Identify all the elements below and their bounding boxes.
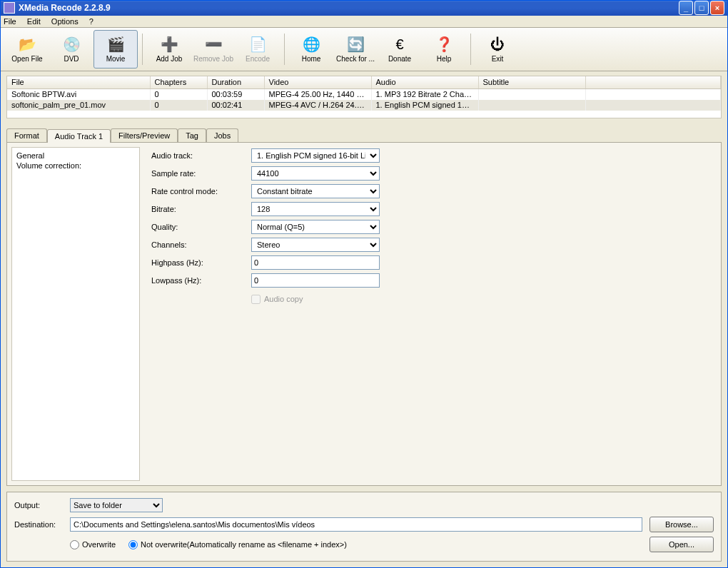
donate-button[interactable]: €Donate bbox=[378, 30, 422, 69]
lowpass-input[interactable] bbox=[251, 273, 380, 288]
dvd-icon: 💿 bbox=[62, 35, 81, 54]
add-job-button[interactable]: ➕Add Job bbox=[147, 30, 191, 69]
donate-icon: € bbox=[390, 35, 409, 54]
encode-button: 📄Encode bbox=[236, 30, 280, 69]
side-volume-correction[interactable]: Volume correction: bbox=[16, 161, 135, 171]
add-job-icon: ➕ bbox=[160, 35, 178, 54]
tab-filters-preview[interactable]: Filters/Preview bbox=[111, 128, 178, 142]
channels-label: Channels: bbox=[151, 240, 251, 249]
highpass-input[interactable] bbox=[251, 255, 380, 270]
movie-icon: 🎬 bbox=[106, 35, 125, 54]
rate-control-label: Rate control mode: bbox=[151, 187, 251, 196]
highpass-label: Highpass (Hz): bbox=[151, 258, 251, 267]
audio-track-label: Audio track: bbox=[151, 151, 251, 160]
help-button[interactable]: ❓Help bbox=[422, 30, 466, 69]
table-row[interactable]: Softonic BPTW.avi000:03:59MPEG-4 25.00 H… bbox=[7, 89, 721, 100]
encode-icon: 📄 bbox=[248, 35, 267, 54]
menubar: File Edit Options ? bbox=[1, 16, 727, 28]
sample-rate-select[interactable]: 44100 bbox=[251, 166, 380, 181]
tab-jobs[interactable]: Jobs bbox=[206, 128, 238, 142]
donate-button-label: Donate bbox=[388, 55, 411, 63]
destination-input[interactable] bbox=[70, 517, 642, 532]
sample-rate-label: Sample rate: bbox=[151, 169, 251, 178]
add-job-button-label: Add Job bbox=[156, 55, 183, 63]
maximize-button[interactable]: □ bbox=[694, 1, 709, 15]
open-file-button-label: Open File bbox=[11, 55, 42, 63]
menu-edit[interactable]: Edit bbox=[27, 17, 41, 26]
open-button[interactable]: Open... bbox=[649, 537, 714, 552]
audio-copy-label: Audio copy bbox=[264, 295, 303, 303]
movie-button-label: Movie bbox=[106, 55, 126, 63]
bitrate-label: Bitrate: bbox=[151, 205, 251, 213]
exit-button-label: Exit bbox=[492, 55, 504, 63]
output-panel: Output: Save to folder Destination: Brow… bbox=[6, 492, 722, 562]
window-title: XMedia Recode 2.2.8.9 bbox=[19, 3, 677, 13]
overwrite-radio[interactable] bbox=[70, 540, 79, 549]
lowpass-label: Lowpass (Hz): bbox=[151, 276, 251, 285]
encode-button-label: Encode bbox=[246, 55, 270, 63]
help-button-label: Help bbox=[437, 55, 452, 63]
browse-button[interactable]: Browse... bbox=[649, 517, 714, 532]
open-file-button[interactable]: 📂Open File bbox=[5, 30, 49, 69]
dvd-button-label: DVD bbox=[64, 55, 79, 63]
dvd-button[interactable]: 💿DVD bbox=[49, 30, 93, 69]
check-updates-icon: 🔄 bbox=[346, 35, 365, 54]
remove-job-button-label: Remove Job bbox=[193, 55, 233, 63]
home-icon: 🌐 bbox=[302, 35, 320, 54]
audio-copy-checkbox bbox=[251, 295, 261, 304]
overwrite-radio-label[interactable]: Overwrite bbox=[70, 540, 116, 549]
help-icon: ❓ bbox=[435, 35, 453, 54]
minimize-button[interactable]: _ bbox=[679, 1, 693, 15]
close-button[interactable]: × bbox=[710, 1, 724, 15]
toolbar: 📂Open File💿DVD🎬Movie➕Add Job➖Remove Job📄… bbox=[1, 28, 727, 71]
side-panel[interactable]: General Volume correction: bbox=[11, 147, 140, 481]
audio-form: Audio track: 1. English PCM signed 16-bi… bbox=[144, 147, 717, 481]
col-duration[interactable]: Duration bbox=[207, 76, 264, 89]
output-label: Output: bbox=[14, 501, 70, 509]
menu-options[interactable]: Options bbox=[51, 17, 79, 26]
tab-tag[interactable]: Tag bbox=[178, 128, 206, 142]
home-button-label: Home bbox=[302, 55, 321, 63]
tab-audio-track-1[interactable]: Audio Track 1 bbox=[47, 129, 111, 143]
tab-row: FormatAudio Track 1Filters/PreviewTagJob… bbox=[6, 128, 722, 142]
file-list[interactable]: FileChaptersDurationVideoAudioSubtitle S… bbox=[6, 76, 722, 118]
col-chapters[interactable]: Chapters bbox=[150, 76, 207, 89]
col-audio[interactable]: Audio bbox=[371, 76, 478, 89]
open-file-icon: 📂 bbox=[18, 35, 36, 54]
not-overwrite-radio[interactable] bbox=[128, 540, 138, 549]
not-overwrite-radio-label[interactable]: Not overwrite(Automatically rename as <f… bbox=[128, 540, 347, 549]
movie-button[interactable]: 🎬Movie bbox=[93, 30, 138, 69]
menu-help[interactable]: ? bbox=[89, 17, 93, 26]
quality-select[interactable]: Normal (Q=5) bbox=[251, 220, 380, 234]
titlebar: XMedia Recode 2.2.8.9 _ □ × bbox=[1, 1, 727, 16]
channels-select[interactable]: Stereo bbox=[251, 238, 380, 252]
tab-format[interactable]: Format bbox=[6, 128, 47, 142]
exit-button[interactable]: ⏻Exit bbox=[475, 30, 520, 69]
check-updates-button[interactable]: 🔄Check for ... bbox=[333, 30, 378, 69]
check-updates-button-label: Check for ... bbox=[336, 55, 375, 63]
side-general[interactable]: General bbox=[16, 151, 135, 161]
col-subtitle[interactable]: Subtitle bbox=[478, 76, 585, 89]
col-file[interactable]: File bbox=[7, 76, 150, 89]
quality-label: Quality: bbox=[151, 223, 251, 231]
menu-file[interactable]: File bbox=[4, 17, 16, 26]
col-video[interactable]: Video bbox=[264, 76, 371, 89]
bitrate-select[interactable]: 128 bbox=[251, 202, 380, 216]
table-row[interactable]: softonic_palm_pre_01.mov000:02:41MPEG-4 … bbox=[7, 100, 721, 111]
destination-label: Destination: bbox=[14, 520, 70, 529]
remove-job-button: ➖Remove Job bbox=[191, 30, 236, 69]
rate-control-select[interactable]: Constant bitrate bbox=[251, 184, 380, 198]
remove-job-icon: ➖ bbox=[204, 35, 223, 54]
app-icon bbox=[4, 2, 15, 14]
exit-icon: ⏻ bbox=[488, 35, 507, 54]
home-button[interactable]: 🌐Home bbox=[289, 30, 333, 69]
audio-track-select[interactable]: 1. English PCM signed 16-bit Littl bbox=[251, 148, 380, 163]
tab-panel: General Volume correction: Audio track: … bbox=[6, 142, 722, 486]
output-select[interactable]: Save to folder bbox=[70, 498, 163, 512]
